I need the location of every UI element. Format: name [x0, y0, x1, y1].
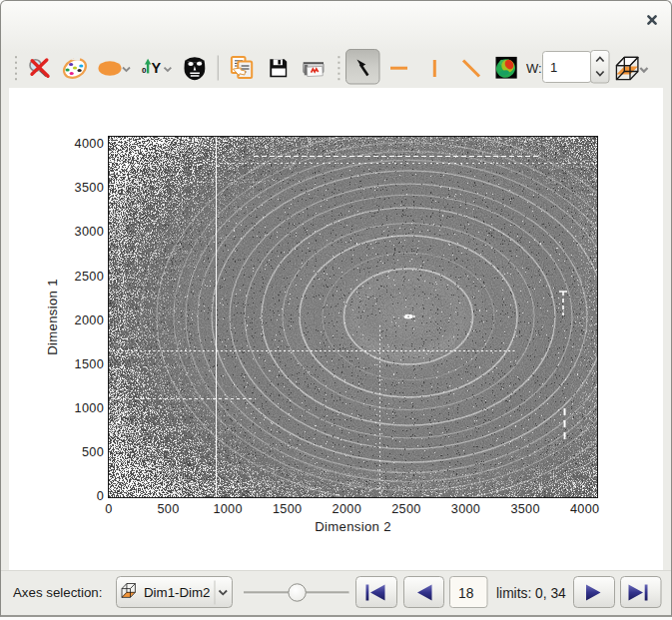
svg-text:0: 0 — [142, 66, 147, 75]
svg-text:1: 1 — [550, 60, 557, 75]
svg-text:W:: W: — [526, 61, 542, 76]
svg-text:Axes selection:: Axes selection: — [13, 585, 102, 600]
svg-text:Dim1-Dim2: Dim1-Dim2 — [144, 585, 211, 600]
svg-text:Y: Y — [152, 60, 162, 76]
svg-text:limits: 0, 34: limits: 0, 34 — [496, 586, 566, 601]
svg-text:18: 18 — [458, 586, 474, 601]
